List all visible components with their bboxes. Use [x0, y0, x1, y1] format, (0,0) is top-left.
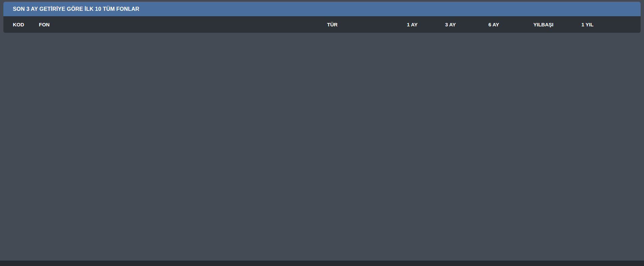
panel-title: SON 3 AY GETİRİYE GÖRE İLK 10 TÜM FONLAR — [13, 6, 139, 12]
column-header-3ay: 3 AY — [445, 16, 488, 33]
funds-table: KOD FON TÜR 1 AY 3 AY 6 AY YILBAŞI 1 YIL — [3, 16, 641, 33]
funds-panel: SON 3 AY GETİRİYE GÖRE İLK 10 TÜM FONLAR… — [3, 2, 641, 33]
column-header-fon: FON — [39, 16, 327, 33]
column-header-1yil: 1 YIL — [581, 16, 641, 33]
column-header-yilbasi: YILBAŞI — [533, 16, 581, 33]
table-header-row: KOD FON TÜR 1 AY 3 AY 6 AY YILBAŞI 1 YIL — [3, 16, 641, 33]
column-header-tur: TÜR — [327, 16, 407, 33]
column-header-kod: KOD — [3, 16, 39, 33]
page-footer-bar — [0, 261, 644, 266]
column-header-1ay: 1 AY — [407, 16, 445, 33]
panel-header: SON 3 AY GETİRİYE GÖRE İLK 10 TÜM FONLAR — [3, 2, 641, 16]
column-header-6ay: 6 AY — [488, 16, 533, 33]
